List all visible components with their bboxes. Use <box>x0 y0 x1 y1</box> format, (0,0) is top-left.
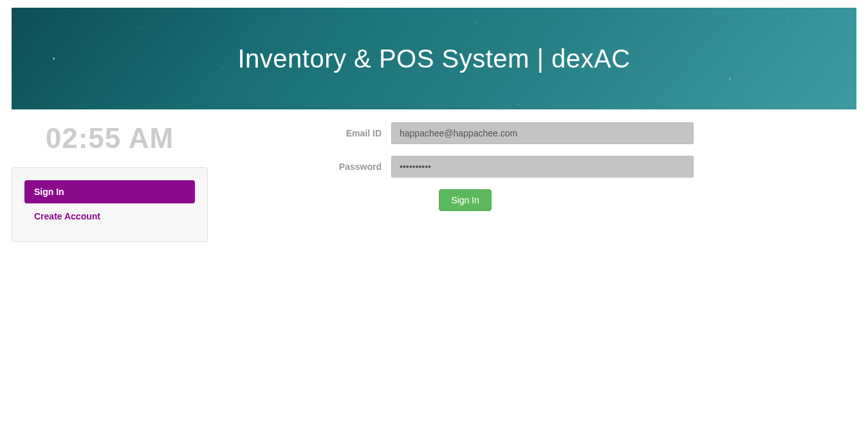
password-label: Password <box>227 162 391 172</box>
nav-signin[interactable]: Sign In <box>24 180 195 203</box>
nav-create-account[interactable]: Create Account <box>24 205 195 228</box>
email-row: Email ID <box>227 122 856 144</box>
password-input[interactable] <box>391 156 694 178</box>
submit-row: Sign In <box>227 189 703 211</box>
left-column: 02:55 AM Sign In Create Account <box>12 122 208 242</box>
password-row: Password <box>227 156 856 178</box>
form-column: Email ID Password Sign In <box>208 122 856 242</box>
clock-display: 02:55 AM <box>12 122 208 154</box>
signin-button[interactable]: Sign In <box>439 189 492 211</box>
email-label: Email ID <box>227 128 391 138</box>
nav-panel: Sign In Create Account <box>12 167 208 242</box>
app-header: Inventory & POS System | dexAC <box>12 8 856 109</box>
main-content: 02:55 AM Sign In Create Account Email ID… <box>0 122 868 242</box>
email-input[interactable] <box>391 122 694 144</box>
app-title: Inventory & POS System | dexAC <box>237 44 630 73</box>
